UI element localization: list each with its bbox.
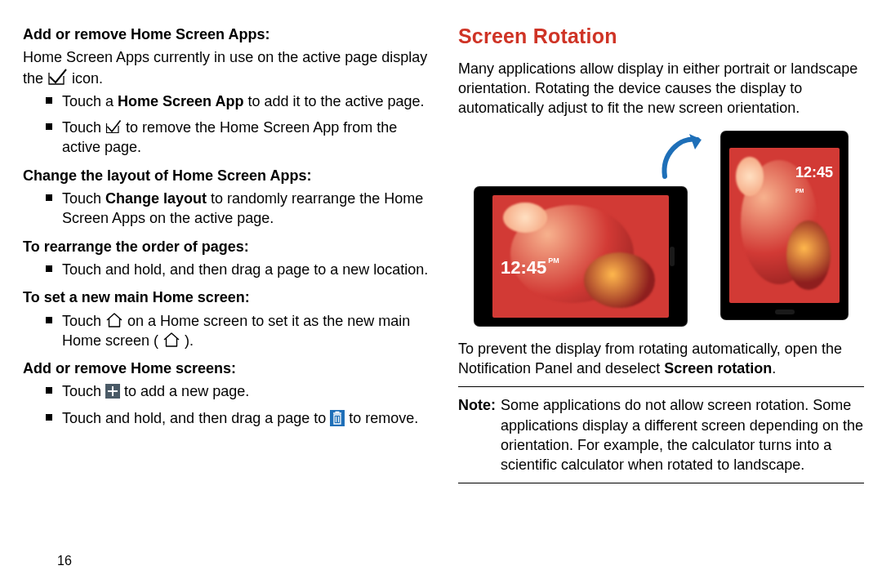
text: To prevent the display from rotating aut…: [458, 341, 842, 376]
divider: [458, 386, 864, 387]
bullets-rearrange: Touch and hold, and then drag a page to …: [23, 260, 429, 279]
left-column: Add or remove Home Screen Apps: Home Scr…: [23, 23, 443, 581]
home-outline-icon: [105, 313, 123, 327]
checkbox-checked-icon: [105, 119, 122, 134]
wallpaper-blob: [786, 220, 831, 291]
tablet-portrait: 12:45 PM: [721, 131, 848, 319]
rotation-paragraph: Many applications allow display in eithe…: [458, 59, 864, 118]
bullet-remove-page: Touch and hold, and then drag a page to …: [46, 408, 429, 428]
ampm: PM: [548, 256, 559, 265]
text: Touch and hold, and then drag a page to: [62, 410, 330, 426]
ampm: PM: [795, 188, 804, 194]
bullet-add-page: Touch to add a new page.: [46, 381, 429, 401]
text: .: [772, 360, 776, 376]
trash-icon: [330, 410, 345, 426]
wallpaper-blob: [584, 252, 654, 308]
time: 12:45: [501, 257, 546, 278]
wallpaper-blob: [736, 157, 764, 196]
intro-b: icon.: [72, 70, 103, 87]
bullet-remove-app: Touch to remove the Home Screen App from…: [46, 118, 429, 158]
bullet-change-layout: Touch Change layout to randomly rearrang…: [46, 189, 429, 229]
subhead-add-remove-apps: Add or remove Home Screen Apps:: [23, 24, 429, 44]
clock-text: 12:45 PM: [795, 163, 833, 197]
text: Touch a: [62, 93, 118, 109]
text: ).: [185, 332, 194, 349]
subhead-rearrange-pages: To rearrange the order of pages:: [23, 237, 429, 256]
home-button: [775, 310, 795, 314]
wallpaper-blob: [503, 203, 547, 234]
home-outline-icon: [163, 332, 180, 347]
subhead-set-main-home: To set a new main Home screen:: [23, 287, 429, 307]
divider: [458, 483, 864, 483]
bullets-change-layout: Touch Change layout to randomly rearrang…: [23, 189, 429, 229]
text: to add it to the active page.: [243, 93, 424, 109]
page-number: 16: [57, 552, 72, 570]
bold-text: Change layout: [105, 190, 207, 207]
tablet-landscape: 12:45PM: [474, 187, 687, 326]
bullets-set-main: Touch on a Home screen to set it as the …: [23, 311, 429, 351]
note-label: Note:: [458, 395, 496, 415]
right-column: Screen Rotation Many applications allow …: [443, 23, 864, 581]
home-button: [670, 247, 675, 266]
text: Touch: [62, 190, 105, 207]
subhead-add-remove-screens: Add or remove Home screens:: [23, 359, 429, 378]
tablet-screen: 12:45 PM: [729, 148, 840, 303]
text: Touch: [62, 383, 105, 399]
svg-rect-2: [108, 390, 118, 392]
bullet-drag-page: Touch and hold, and then drag a page to …: [46, 260, 429, 279]
heading-screen-rotation: Screen Rotation: [458, 23, 864, 51]
bullets-add-remove-apps: Touch a Home Screen App to add it to the…: [23, 91, 429, 158]
tablet-screen: 12:45PM: [492, 195, 669, 318]
time: 12:45: [795, 164, 833, 180]
text: to add a new page.: [124, 383, 249, 399]
text: Touch: [62, 119, 105, 136]
bullet-set-main-home: Touch on a Home screen to set it as the …: [46, 311, 429, 351]
rotate-arrow-icon: [657, 131, 706, 180]
checkbox-checked-icon: [47, 68, 68, 86]
text: Touch: [62, 313, 105, 329]
bold-text: Screen rotation: [664, 360, 772, 376]
plus-icon: [105, 384, 120, 399]
intro-text: Home Screen Apps currently in use on the…: [23, 47, 429, 88]
note-block: Note: Some applications do not allow scr…: [458, 395, 864, 474]
subhead-change-layout: Change the layout of Home Screen Apps:: [23, 166, 429, 185]
page: Add or remove Home Screen Apps: Home Scr…: [0, 0, 882, 588]
clock-text: 12:45PM: [501, 256, 559, 280]
rotation-illustration: 12:45PM 12:45 PM: [458, 131, 864, 327]
text: to remove.: [349, 410, 418, 426]
bullet-add-app: Touch a Home Screen App to add it to the…: [46, 91, 429, 111]
bullets-add-remove-screens: Touch to add a new page. Touch and hold,…: [23, 381, 429, 428]
bold-text: Home Screen App: [118, 93, 243, 109]
prevent-rotation-paragraph: To prevent the display from rotating aut…: [458, 339, 864, 379]
note-body: Some applications do not allow screen ro…: [501, 397, 863, 473]
